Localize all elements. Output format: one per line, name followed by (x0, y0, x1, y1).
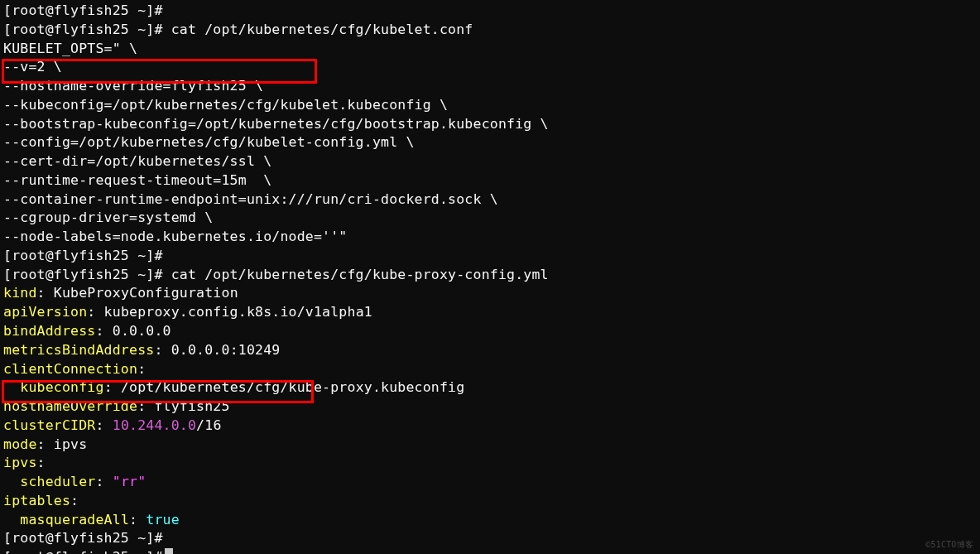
terminal-line: masqueradeAll: true (3, 511, 977, 530)
terminal-line: --runtime-request-timeout=15m \ (3, 171, 977, 190)
terminal-line: KUBELET_OPTS=" \ (3, 40, 977, 59)
yaml-value: : 0.0.0.0:10249 (154, 342, 280, 358)
yaml-value: /16 (196, 417, 221, 433)
yaml-value: : ipvs (37, 436, 88, 452)
yaml-value: : flyfish25 (137, 398, 229, 414)
yaml-key: scheduler (20, 474, 95, 489)
yaml-key: ipvs (3, 455, 37, 470)
yaml-key: clientConnection (3, 361, 137, 377)
yaml-key: hostnameOverride (3, 398, 137, 414)
yaml-string-value: "rr" (113, 474, 147, 489)
cursor-icon (165, 548, 173, 554)
terminal-line: [root@flyfish25 ~]# (3, 247, 977, 266)
yaml-value: : (137, 361, 146, 377)
terminal-line: bindAddress: 0.0.0.0 (3, 322, 977, 341)
terminal-line: mode: ipvs (3, 436, 977, 455)
terminal-line: [root@flyfish25 ~]# cat /opt/kubernetes/… (3, 21, 977, 40)
yaml-key: mode (3, 436, 37, 452)
terminal-line: metricsBindAddress: 0.0.0.0:10249 (3, 341, 977, 360)
terminal-line: --node-labels=node.kubernetes.io/node=''… (3, 228, 977, 247)
terminal-line: --hostname-override=flyfish25 \ (3, 77, 977, 96)
yaml-colon: : (129, 512, 146, 528)
prompt-text: [root@flyfish25 ~]# (3, 549, 163, 554)
terminal-line: hostnameOverride: flyfish25 (3, 397, 977, 417)
yaml-value: : kubeproxy.config.k8s.io/v1alpha1 (87, 304, 372, 320)
terminal-line: [root@flyfish25 ~]# (3, 529, 977, 548)
terminal-line: --bootstrap-kubeconfig=/opt/kubernetes/c… (3, 115, 977, 134)
indent (3, 379, 20, 395)
yaml-colon: : (95, 417, 112, 433)
terminal-line: clusterCIDR: 10.244.0.0/16 (3, 417, 977, 436)
terminal-line: --container-runtime-endpoint=unix:///run… (3, 190, 977, 210)
terminal-line: --cert-dir=/opt/kubernetes/ssl \ (3, 152, 977, 171)
yaml-value: : /opt/kubernetes/cfg/kube-proxy.kubecon… (104, 379, 465, 395)
yaml-key: metricsBindAddress (3, 342, 154, 358)
yaml-key: kind (3, 285, 37, 301)
terminal-line: kubeconfig: /opt/kubernetes/cfg/kube-pro… (3, 378, 977, 397)
yaml-key: kubeconfig (20, 379, 103, 395)
terminal-line: [root@flyfish25 ~]# (3, 2, 977, 21)
terminal-line: --config=/opt/kubernetes/cfg/kubelet-con… (3, 133, 977, 152)
yaml-value: : KubeProxyConfiguration (37, 285, 238, 301)
yaml-bool-value: true (146, 512, 180, 528)
indent (3, 474, 20, 489)
yaml-key: bindAddress (3, 323, 95, 339)
terminal-line: --cgroup-driver=systemd \ (3, 209, 977, 228)
terminal-line: [root@flyfish25 ~]# cat /opt/kubernetes/… (3, 266, 977, 285)
terminal-line: ipvs: (3, 454, 977, 473)
terminal-prompt-active[interactable]: [root@flyfish25 ~]# (3, 548, 977, 554)
terminal-line: apiVersion: kubeproxy.config.k8s.io/v1al… (3, 303, 977, 322)
yaml-key: masqueradeAll (20, 512, 129, 528)
yaml-value: : (37, 455, 46, 470)
terminal-line: scheduler: "rr" (3, 473, 977, 492)
indent (3, 512, 20, 528)
yaml-colon: : (96, 474, 113, 489)
yaml-key: clusterCIDR (3, 417, 95, 433)
yaml-key: apiVersion (3, 304, 87, 320)
terminal-line: --kubeconfig=/opt/kubernetes/cfg/kubelet… (3, 96, 977, 115)
terminal-line: clientConnection: (3, 360, 977, 379)
yaml-value: : (70, 493, 79, 508)
watermark: ©51CTO博客 (925, 539, 973, 551)
terminal-line: --v=2 \ (3, 58, 977, 77)
terminal-line: iptables: (3, 492, 977, 511)
terminal-line: kind: KubeProxyConfiguration (3, 284, 977, 303)
yaml-key: iptables (3, 493, 70, 508)
yaml-value-ip: 10.244.0.0 (113, 417, 196, 433)
yaml-value: : 0.0.0.0 (95, 323, 171, 339)
